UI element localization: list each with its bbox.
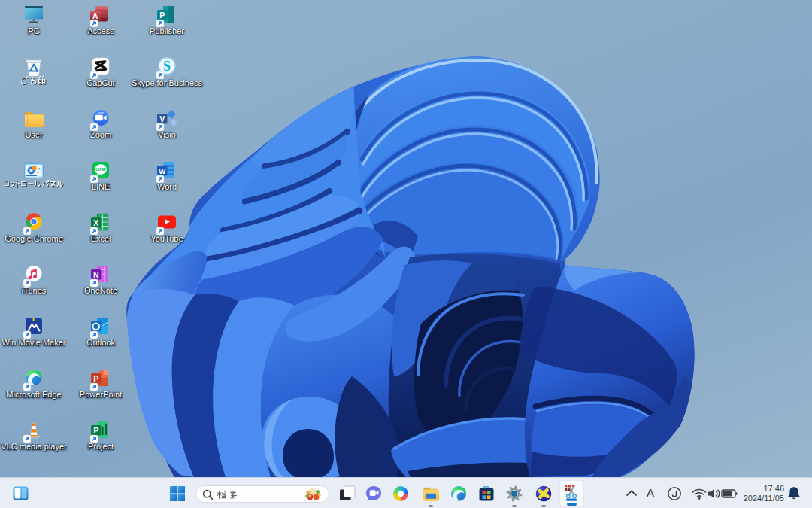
svg-text:zoom: zoom (98, 111, 104, 114)
svg-text:V: V (159, 114, 165, 123)
svg-text:N: N (93, 270, 99, 279)
svg-text:X: X (93, 218, 98, 227)
svg-text:A: A (92, 12, 98, 20)
svg-text:LINE: LINE (95, 167, 106, 172)
svg-text:P: P (93, 426, 98, 435)
svg-text:W: W (159, 167, 165, 175)
svg-text:S: S (163, 59, 171, 74)
svg-text:P: P (159, 11, 165, 20)
svg-text:P: P (93, 374, 98, 383)
